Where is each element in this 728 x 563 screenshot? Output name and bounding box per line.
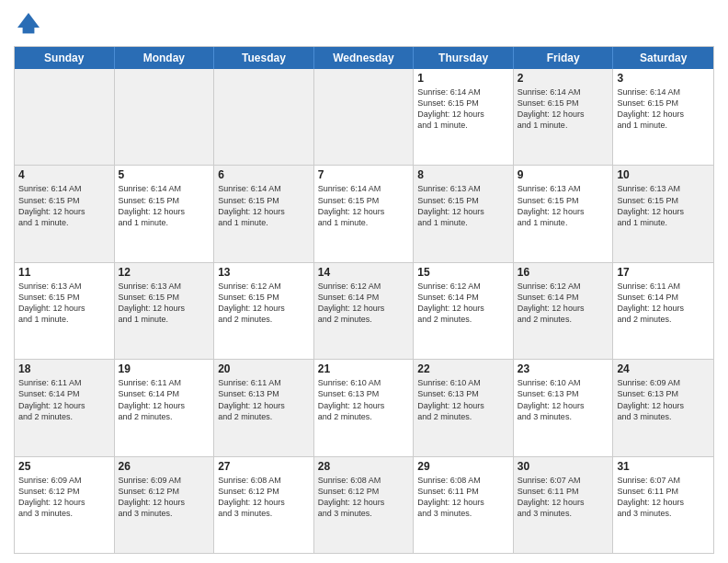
day-info: Sunrise: 6:08 AM Sunset: 6:11 PM Dayligh…	[417, 475, 509, 520]
day-number: 3	[617, 72, 710, 85]
day-number: 20	[218, 362, 310, 375]
day-info: Sunrise: 6:12 AM Sunset: 6:14 PM Dayligh…	[518, 281, 609, 326]
day-info: Sunrise: 6:14 AM Sunset: 6:15 PM Dayligh…	[218, 183, 310, 228]
cal-cell-21: 21Sunrise: 6:10 AM Sunset: 6:13 PM Dayli…	[314, 360, 415, 455]
day-info: Sunrise: 6:07 AM Sunset: 6:11 PM Dayligh…	[617, 475, 710, 520]
cal-cell-3: 3Sunrise: 6:14 AM Sunset: 6:15 PM Daylig…	[613, 69, 713, 165]
day-info: Sunrise: 6:11 AM Sunset: 6:14 PM Dayligh…	[119, 377, 210, 422]
day-info: Sunrise: 6:13 AM Sunset: 6:15 PM Dayligh…	[18, 281, 110, 326]
header-day-saturday: Saturday	[613, 47, 713, 69]
cal-cell-8: 8Sunrise: 6:13 AM Sunset: 6:15 PM Daylig…	[414, 166, 514, 261]
day-info: Sunrise: 6:09 AM Sunset: 6:13 PM Dayligh…	[617, 377, 710, 422]
cal-cell-14: 14Sunrise: 6:12 AM Sunset: 6:14 PM Dayli…	[314, 263, 415, 359]
cal-cell-23: 23Sunrise: 6:10 AM Sunset: 6:13 PM Dayli…	[514, 360, 614, 455]
day-number: 13	[218, 266, 310, 279]
day-number: 30	[518, 460, 609, 473]
cal-cell-7: 7Sunrise: 6:14 AM Sunset: 6:15 PM Daylig…	[314, 166, 415, 261]
day-number: 17	[617, 266, 710, 279]
logo-icon	[14, 9, 43, 39]
header-day-friday: Friday	[514, 47, 614, 69]
cal-cell-16: 16Sunrise: 6:12 AM Sunset: 6:14 PM Dayli…	[514, 263, 614, 359]
cal-cell-22: 22Sunrise: 6:10 AM Sunset: 6:13 PM Dayli…	[414, 360, 514, 455]
cal-cell-31: 31Sunrise: 6:07 AM Sunset: 6:11 PM Dayli…	[613, 457, 713, 553]
day-number: 22	[417, 362, 509, 375]
day-number: 18	[18, 362, 110, 375]
week-row-5: 25Sunrise: 6:09 AM Sunset: 6:12 PM Dayli…	[15, 457, 713, 553]
header-day-tuesday: Tuesday	[214, 47, 314, 69]
cal-cell-12: 12Sunrise: 6:13 AM Sunset: 6:15 PM Dayli…	[115, 263, 215, 359]
header-day-wednesday: Wednesday	[314, 47, 415, 69]
cal-cell-15: 15Sunrise: 6:12 AM Sunset: 6:14 PM Dayli…	[414, 263, 514, 359]
cal-cell-28: 28Sunrise: 6:08 AM Sunset: 6:12 PM Dayli…	[314, 457, 415, 553]
cal-cell-1: 1Sunrise: 6:14 AM Sunset: 6:15 PM Daylig…	[414, 69, 514, 165]
day-number: 8	[417, 168, 509, 181]
day-info: Sunrise: 6:10 AM Sunset: 6:13 PM Dayligh…	[518, 377, 609, 422]
calendar: SundayMondayTuesdayWednesdayThursdayFrid…	[14, 46, 714, 554]
day-number: 29	[417, 460, 509, 473]
calendar-body: 1Sunrise: 6:14 AM Sunset: 6:15 PM Daylig…	[15, 69, 713, 553]
day-number: 14	[318, 266, 410, 279]
week-row-2: 4Sunrise: 6:14 AM Sunset: 6:15 PM Daylig…	[15, 166, 713, 262]
cal-cell-30: 30Sunrise: 6:07 AM Sunset: 6:11 PM Dayli…	[514, 457, 614, 553]
cal-cell-6: 6Sunrise: 6:14 AM Sunset: 6:15 PM Daylig…	[214, 166, 314, 261]
day-info: Sunrise: 6:08 AM Sunset: 6:12 PM Dayligh…	[318, 475, 410, 520]
day-number: 9	[518, 168, 609, 181]
day-number: 1	[417, 72, 509, 85]
day-info: Sunrise: 6:14 AM Sunset: 6:15 PM Dayligh…	[518, 86, 609, 132]
day-number: 12	[119, 266, 210, 279]
day-number: 28	[318, 460, 410, 473]
cal-cell-19: 19Sunrise: 6:11 AM Sunset: 6:14 PM Dayli…	[115, 360, 215, 455]
day-info: Sunrise: 6:12 AM Sunset: 6:15 PM Dayligh…	[218, 281, 310, 326]
day-info: Sunrise: 6:09 AM Sunset: 6:12 PM Dayligh…	[18, 475, 110, 520]
day-info: Sunrise: 6:11 AM Sunset: 6:14 PM Dayligh…	[617, 281, 710, 326]
cal-cell-18: 18Sunrise: 6:11 AM Sunset: 6:14 PM Dayli…	[15, 360, 115, 455]
day-number: 19	[119, 362, 210, 375]
day-number: 7	[318, 168, 410, 181]
day-info: Sunrise: 6:07 AM Sunset: 6:11 PM Dayligh…	[518, 475, 609, 520]
logo	[14, 9, 47, 39]
day-info: Sunrise: 6:14 AM Sunset: 6:15 PM Dayligh…	[119, 183, 210, 228]
svg-marker-0	[17, 13, 40, 28]
cal-cell-4: 4Sunrise: 6:14 AM Sunset: 6:15 PM Daylig…	[15, 166, 115, 261]
cal-cell-5: 5Sunrise: 6:14 AM Sunset: 6:15 PM Daylig…	[115, 166, 215, 261]
day-number: 23	[518, 362, 609, 375]
day-info: Sunrise: 6:09 AM Sunset: 6:12 PM Dayligh…	[119, 475, 210, 520]
cal-cell-empty-0-3	[314, 69, 415, 165]
cal-cell-11: 11Sunrise: 6:13 AM Sunset: 6:15 PM Dayli…	[15, 263, 115, 359]
cal-cell-empty-0-0	[15, 69, 115, 165]
week-row-1: 1Sunrise: 6:14 AM Sunset: 6:15 PM Daylig…	[15, 69, 713, 166]
day-info: Sunrise: 6:14 AM Sunset: 6:15 PM Dayligh…	[318, 183, 410, 228]
day-number: 6	[218, 168, 310, 181]
cal-cell-empty-0-1	[115, 69, 215, 165]
day-info: Sunrise: 6:12 AM Sunset: 6:14 PM Dayligh…	[318, 281, 410, 326]
day-info: Sunrise: 6:11 AM Sunset: 6:13 PM Dayligh…	[218, 377, 310, 422]
week-row-3: 11Sunrise: 6:13 AM Sunset: 6:15 PM Dayli…	[15, 263, 713, 360]
day-info: Sunrise: 6:12 AM Sunset: 6:14 PM Dayligh…	[417, 281, 509, 326]
day-info: Sunrise: 6:13 AM Sunset: 6:15 PM Dayligh…	[417, 183, 509, 228]
day-number: 4	[18, 168, 110, 181]
cal-cell-25: 25Sunrise: 6:09 AM Sunset: 6:12 PM Dayli…	[15, 457, 115, 553]
cal-cell-24: 24Sunrise: 6:09 AM Sunset: 6:13 PM Dayli…	[613, 360, 713, 455]
calendar-header: SundayMondayTuesdayWednesdayThursdayFrid…	[15, 47, 713, 69]
header-day-sunday: Sunday	[15, 47, 115, 69]
cal-cell-2: 2Sunrise: 6:14 AM Sunset: 6:15 PM Daylig…	[514, 69, 614, 165]
day-number: 24	[617, 362, 710, 375]
day-number: 11	[18, 266, 110, 279]
cal-cell-13: 13Sunrise: 6:12 AM Sunset: 6:15 PM Dayli…	[214, 263, 314, 359]
cal-cell-26: 26Sunrise: 6:09 AM Sunset: 6:12 PM Dayli…	[115, 457, 215, 553]
cal-cell-29: 29Sunrise: 6:08 AM Sunset: 6:11 PM Dayli…	[414, 457, 514, 553]
header-day-thursday: Thursday	[414, 47, 514, 69]
day-number: 31	[617, 460, 710, 473]
cal-cell-10: 10Sunrise: 6:13 AM Sunset: 6:15 PM Dayli…	[613, 166, 713, 261]
cal-cell-17: 17Sunrise: 6:11 AM Sunset: 6:14 PM Dayli…	[613, 263, 713, 359]
day-info: Sunrise: 6:13 AM Sunset: 6:15 PM Dayligh…	[119, 281, 210, 326]
day-number: 25	[18, 460, 110, 473]
day-info: Sunrise: 6:14 AM Sunset: 6:15 PM Dayligh…	[417, 86, 509, 132]
day-number: 21	[318, 362, 410, 375]
header-day-monday: Monday	[115, 47, 215, 69]
cal-cell-9: 9Sunrise: 6:13 AM Sunset: 6:15 PM Daylig…	[514, 166, 614, 261]
day-number: 2	[518, 72, 609, 85]
cal-cell-empty-0-2	[214, 69, 314, 165]
svg-rect-1	[23, 28, 35, 33]
day-info: Sunrise: 6:14 AM Sunset: 6:15 PM Dayligh…	[18, 183, 110, 228]
